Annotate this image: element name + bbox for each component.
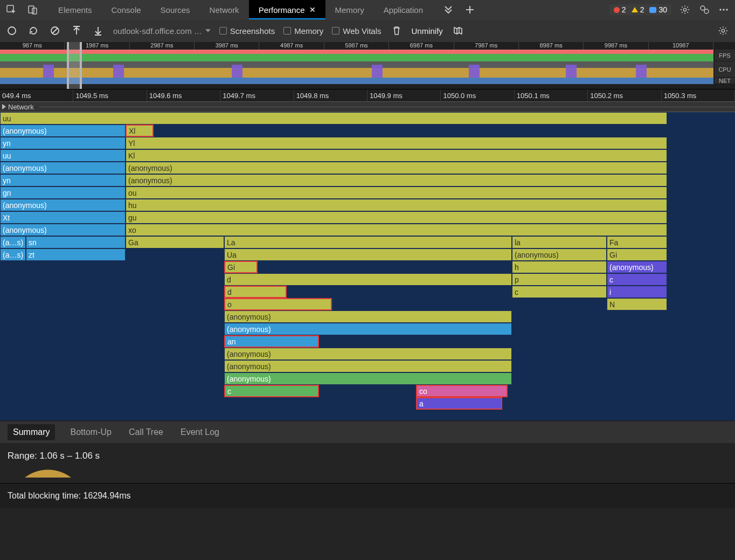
flame-frame[interactable]: (anonymous) [512,248,607,261]
flame-frame[interactable]: uu [0,112,667,125]
tab-label: Performance [259,5,305,15]
flame-frame[interactable]: Ua [224,248,512,261]
flame-frame[interactable]: sn [26,236,126,248]
flame-frame[interactable]: p [512,273,607,286]
network-section-toggle[interactable]: Network [0,101,735,112]
overview-selection-handle[interactable] [67,42,82,89]
flame-frame[interactable]: (a…s) [0,248,26,261]
flame-frame[interactable]: (anonymous) [0,125,126,137]
flame-frame[interactable]: Xl [126,125,154,137]
svg-rect-1 [29,6,34,13]
tab-application[interactable]: Application [374,0,433,19]
add-tab-icon[interactable] [464,4,476,16]
flame-frame[interactable]: yn [0,174,126,186]
tab-console[interactable]: Console [102,0,151,19]
flame-frame[interactable]: Gi [224,261,258,273]
flame-frame[interactable]: d [224,286,287,298]
tab-label: Elements [58,5,92,15]
flame-frame[interactable]: (a…s) [0,236,26,248]
download-icon[interactable] [92,24,105,37]
messages-count: 30 [649,5,667,14]
inspect-element-icon[interactable] [5,4,17,16]
profile-source-select[interactable]: outlook-sdf.office.com … [113,26,211,36]
flame-frame[interactable]: yn [0,137,126,149]
overview-label-cpu: CPU [715,61,735,78]
flame-frame[interactable]: (anonymous) [126,162,667,174]
flame-frame[interactable]: (anonymous) [224,360,512,372]
flame-frame[interactable]: gn [0,186,126,199]
overview-net-strip [0,78,713,84]
tab-event-log[interactable]: Event Log [178,424,221,440]
top-right-controls: 2 2 30 [609,4,733,16]
flame-frame[interactable]: (anonymous) [607,261,667,273]
memory-checkbox[interactable]: Memory [283,26,323,36]
flame-frame[interactable]: (anonymous) [0,162,126,174]
record-icon[interactable] [5,24,18,37]
close-icon[interactable]: ✕ [309,5,316,14]
upload-icon[interactable] [70,24,83,37]
flame-frame[interactable]: La [224,236,512,248]
flame-frame[interactable]: Fa [607,236,667,248]
source-map-icon[interactable] [452,24,464,37]
flame-frame[interactable]: c [607,273,667,286]
tab-bottom-up[interactable]: Bottom-Up [68,424,113,440]
clear-icon[interactable] [48,24,61,37]
capture-settings-gear-icon[interactable] [717,24,730,37]
flame-frame[interactable]: Yl [126,137,667,149]
warnings-count: 2 [632,5,644,14]
flame-frame[interactable]: zt [26,248,126,261]
checkbox-icon [332,27,339,34]
flame-frame[interactable]: d [224,273,512,286]
flame-frame[interactable]: co [416,385,508,397]
flame-frame[interactable]: o [224,298,332,310]
tab-network[interactable]: Network [200,0,249,19]
flame-frame[interactable]: c [512,286,607,298]
tab-performance[interactable]: Performance✕ [249,0,325,19]
issues-pill[interactable]: 2 2 30 [609,4,671,15]
feedback-icon[interactable] [698,4,710,16]
flame-frame[interactable]: uu [0,149,126,162]
overview-fps-strip [0,50,713,61]
flame-frame[interactable]: (anonymous) [224,348,512,360]
flame-frame[interactable]: xo [126,224,667,236]
tab-memory[interactable]: Memory [325,0,374,19]
flame-frame[interactable]: N [607,298,667,310]
device-emulation-icon[interactable] [27,4,39,16]
flame-frame[interactable]: (anonymous) [126,174,667,186]
flame-frame[interactable]: (anonymous) [0,199,126,211]
timeline-overview[interactable]: 987 ms 1987 ms 2987 ms 3987 ms 4987 ms 5… [0,42,735,89]
flame-frame[interactable]: an [224,335,319,348]
flame-frame[interactable]: Kl [126,149,667,162]
tab-elements[interactable]: Elements [48,0,102,19]
flame-frame[interactable]: ou [126,186,667,199]
flame-frame[interactable]: gu [126,211,667,224]
flame-frame[interactable]: i [607,286,667,298]
tab-call-tree[interactable]: Call Tree [127,424,165,440]
settings-gear-icon[interactable] [679,4,691,16]
flame-frame[interactable]: (anonymous) [224,323,512,335]
flame-frame[interactable]: Ga [126,236,224,248]
flame-frame[interactable]: (anonymous) [224,372,512,385]
unminify-button[interactable]: Unminify [412,26,443,36]
reload-record-icon[interactable] [27,24,40,37]
flame-frame[interactable]: Xt [0,211,126,224]
tab-summary[interactable]: Summary [8,424,55,440]
screenshots-checkbox[interactable]: Screenshots [219,26,275,36]
flame-frame[interactable]: h [512,261,607,273]
flame-frame[interactable]: hu [126,199,667,211]
more-tabs-icon[interactable] [442,4,454,16]
flame-chart[interactable]: uu(anonymous)XlynYluuKl(anonymous)(anony… [0,112,735,420]
flame-frame[interactable]: (anonymous) [0,224,126,236]
web-vitals-checkbox[interactable]: Web Vitals [332,26,381,36]
flame-frame[interactable]: Gi [607,248,667,261]
flame-frame[interactable]: a [416,397,502,410]
more-menu-icon[interactable] [718,4,730,16]
warning-triangle-icon [632,7,638,12]
trash-icon[interactable] [390,24,403,37]
ruler-tick: 049.4 ms [0,89,73,101]
status-footer: Total blocking time: 16294.94ms [0,483,735,508]
tab-sources[interactable]: Sources [151,0,200,19]
flame-frame[interactable]: la [512,236,607,248]
flame-frame[interactable]: (anonymous) [224,310,512,323]
flame-frame[interactable]: c [224,385,319,397]
